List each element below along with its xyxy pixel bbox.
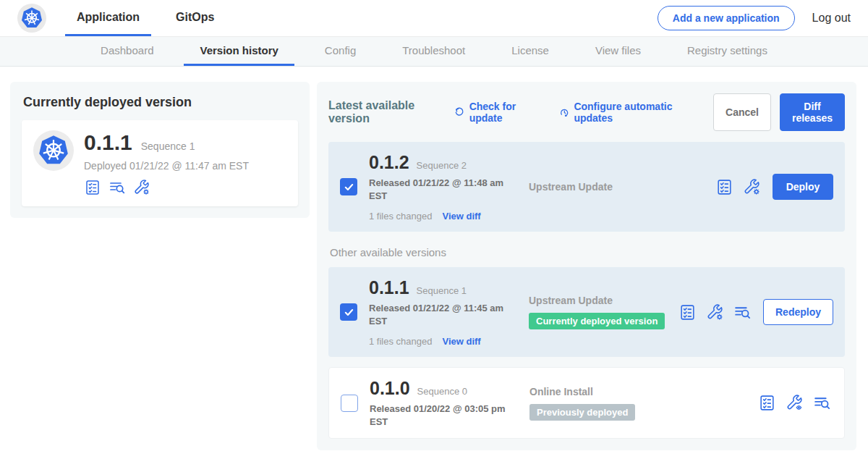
sequence-label: Sequence 0 bbox=[417, 386, 467, 397]
check-for-update-label: Check for update bbox=[469, 101, 540, 124]
deployed-timestamp: Deployed 01/21/22 @ 11:47 am EST bbox=[84, 160, 249, 172]
source-label: Online Install bbox=[529, 386, 758, 397]
refresh-icon bbox=[454, 106, 465, 119]
version-checkbox-0-1-0[interactable] bbox=[341, 395, 358, 412]
subnav-tab-config[interactable]: Config bbox=[309, 37, 372, 66]
deploy-logs-icon[interactable] bbox=[109, 179, 126, 196]
header-buttons: Cancel Diff releases bbox=[713, 93, 845, 131]
diff-releases-button[interactable]: Diff releases bbox=[780, 93, 845, 131]
version-row-0-1-1: 0.1.1 Sequence 1 Released 01/21/22 @ 11:… bbox=[328, 267, 845, 357]
top-nav: Application GitOps Add a new application… bbox=[0, 0, 868, 36]
subnav-tab-version-history[interactable]: Version history bbox=[184, 37, 294, 66]
view-diff-link[interactable]: View diff bbox=[442, 336, 480, 347]
configure-automatic-updates-label: Configure automatic updates bbox=[574, 101, 694, 124]
deployed-version-card: 0.1.1 Sequence 1 Deployed 01/21/22 @ 11:… bbox=[22, 120, 298, 206]
version-checkbox-0-1-1[interactable] bbox=[340, 303, 357, 321]
other-versions-title: Other available versions bbox=[330, 246, 843, 258]
version-row-0-1-2: 0.1.2 Sequence 2 Released 01/21/22 @ 11:… bbox=[328, 142, 845, 232]
check-for-update-link[interactable]: Check for update bbox=[454, 101, 540, 124]
release-notes-icon[interactable] bbox=[715, 178, 733, 196]
version-source: Upstream Update bbox=[517, 181, 715, 193]
files-changed-label: 1 files changed bbox=[369, 211, 432, 222]
deploy-button[interactable]: Deploy bbox=[773, 174, 833, 200]
deployed-sequence-label: Sequence 1 bbox=[141, 140, 195, 152]
top-nav-tabs: Application GitOps bbox=[65, 0, 239, 36]
subnav-tab-registry-settings[interactable]: Registry settings bbox=[671, 37, 783, 66]
latest-version-header: Latest available version Check for updat… bbox=[328, 93, 845, 131]
files-changed-label: 1 files changed bbox=[369, 336, 432, 347]
app-subnav: Dashboard Version history Config Trouble… bbox=[0, 36, 868, 67]
subnav-tab-view-files[interactable]: View files bbox=[579, 37, 657, 66]
logout-button[interactable]: Log out bbox=[812, 12, 851, 25]
deployed-version-number: 0.1.1 bbox=[84, 130, 132, 155]
latest-version-title: Latest available version bbox=[328, 99, 441, 125]
sequence-label: Sequence 1 bbox=[417, 285, 467, 296]
release-notes-icon[interactable] bbox=[678, 303, 697, 321]
edit-config-wrench-gear-icon[interactable] bbox=[743, 178, 761, 196]
version-info: 0.1.2 Sequence 2 Released 01/21/22 @ 11:… bbox=[369, 152, 517, 222]
release-notes-icon[interactable] bbox=[758, 394, 776, 412]
currently-deployed-panel: Currently deployed version bbox=[10, 82, 310, 218]
view-config-wrench-eye-icon[interactable] bbox=[786, 394, 804, 412]
kubernetes-logo-icon bbox=[33, 130, 74, 171]
app-logo bbox=[17, 0, 46, 36]
add-new-application-button[interactable]: Add a new application bbox=[658, 6, 795, 30]
version-number: 0.1.2 bbox=[369, 152, 409, 173]
previously-deployed-badge: Previously deployed bbox=[529, 404, 635, 421]
version-source: Upstream Update Currently deployed versi… bbox=[517, 295, 678, 329]
main-content: Currently deployed version bbox=[0, 67, 868, 450]
subnav-tab-dashboard[interactable]: Dashboard bbox=[85, 37, 169, 66]
version-number: 0.1.1 bbox=[369, 277, 409, 298]
source-label: Upstream Update bbox=[529, 295, 678, 306]
deployed-version-actions bbox=[84, 179, 249, 196]
version-actions bbox=[678, 303, 752, 321]
version-actions bbox=[715, 178, 761, 196]
deploy-logs-icon[interactable] bbox=[733, 303, 752, 321]
configure-automatic-updates-link[interactable]: Configure automatic updates bbox=[559, 101, 694, 124]
edit-config-wrench-gear-icon[interactable] bbox=[133, 179, 150, 196]
version-row-0-1-0: 0.1.0 Sequence 0 Released 01/20/22 @ 03:… bbox=[328, 367, 845, 439]
version-history-panel: Latest available version Check for updat… bbox=[317, 82, 856, 450]
currently-deployed-badge: Currently deployed version bbox=[529, 313, 665, 329]
tab-gitops[interactable]: GitOps bbox=[164, 0, 226, 36]
deployed-version-info: 0.1.1 Sequence 1 Deployed 01/21/22 @ 11:… bbox=[84, 130, 249, 196]
released-timestamp: Released 01/21/22 @ 11:48 am EST bbox=[369, 177, 506, 202]
top-nav-right: Add a new application Log out bbox=[658, 0, 851, 36]
version-checkbox-0-1-2[interactable] bbox=[340, 178, 357, 195]
subnav-tab-license[interactable]: License bbox=[495, 37, 565, 66]
release-notes-icon[interactable] bbox=[84, 179, 101, 196]
clock-refresh-icon bbox=[559, 106, 570, 119]
edit-config-wrench-gear-icon[interactable] bbox=[706, 303, 724, 321]
currently-deployed-title: Currently deployed version bbox=[23, 95, 297, 110]
released-timestamp: Released 01/21/22 @ 11:45 am EST bbox=[369, 302, 506, 327]
cancel-button[interactable]: Cancel bbox=[713, 93, 771, 131]
redeploy-button[interactable]: Redeploy bbox=[763, 299, 833, 325]
subnav-tab-troubleshoot[interactable]: Troubleshoot bbox=[386, 37, 481, 66]
version-info: 0.1.0 Sequence 0 Released 01/20/22 @ 03:… bbox=[370, 378, 518, 428]
sequence-label: Sequence 2 bbox=[417, 160, 467, 171]
kubernetes-logo-icon bbox=[17, 4, 46, 33]
released-timestamp: Released 01/20/22 @ 03:05 pm EST bbox=[370, 403, 507, 428]
source-label: Upstream Update bbox=[529, 181, 715, 193]
tab-application[interactable]: Application bbox=[65, 0, 151, 36]
version-info: 0.1.1 Sequence 1 Released 01/21/22 @ 11:… bbox=[369, 277, 517, 347]
version-actions bbox=[758, 394, 831, 412]
version-source: Online Install Previously deployed bbox=[518, 386, 758, 421]
version-number: 0.1.0 bbox=[370, 378, 410, 399]
deploy-logs-icon[interactable] bbox=[813, 394, 831, 412]
view-diff-link[interactable]: View diff bbox=[442, 211, 480, 222]
